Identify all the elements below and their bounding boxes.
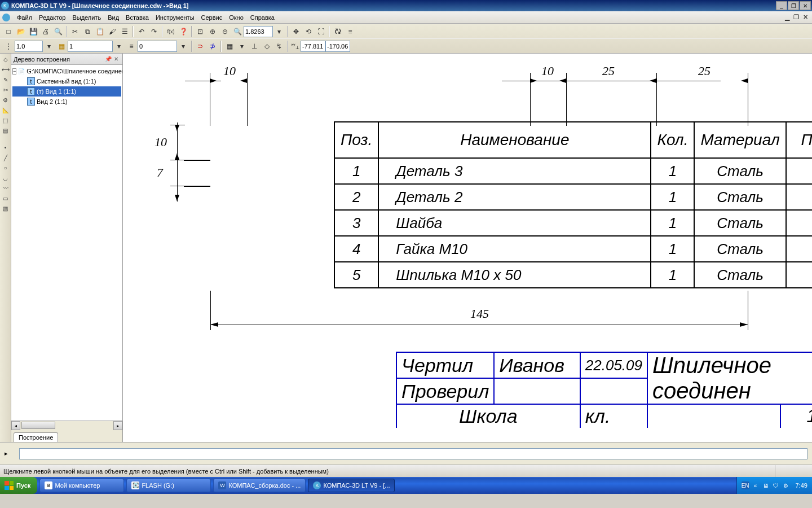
point-icon[interactable]: •: [1, 143, 10, 152]
magnet-on-icon[interactable]: ⊃: [194, 40, 206, 52]
rect-icon[interactable]: ▭: [1, 194, 10, 203]
menu-select[interactable]: Выделить: [69, 13, 104, 22]
layers-icon[interactable]: ≡: [344, 25, 356, 38]
drawing-canvas[interactable]: 10 10 25 25 10 7 Поз. Наименование Ко: [123, 54, 812, 442]
zoom-window-icon[interactable]: ⊡: [194, 25, 206, 38]
geometry-icon[interactable]: ◇: [1, 55, 10, 64]
tray-icon[interactable]: 🖥: [762, 481, 770, 489]
edit-icon[interactable]: ✂: [1, 85, 10, 94]
new-icon[interactable]: □: [2, 25, 15, 38]
print-icon[interactable]: 🖨: [39, 25, 52, 38]
taskbar-button[interactable]: WКОМПАС_сборка.doc - ...: [213, 479, 306, 492]
grid-icon[interactable]: ▦: [223, 40, 236, 52]
pin-icon[interactable]: 📌: [104, 55, 112, 63]
tree-tab[interactable]: Построение: [14, 432, 58, 442]
grid-dropdown-icon[interactable]: ▾: [236, 40, 248, 52]
spec-icon[interactable]: ▤: [1, 126, 10, 135]
style-dropdown-icon[interactable]: ▾: [177, 40, 189, 52]
zoom-scale-icon[interactable]: 🔍: [231, 25, 244, 38]
scale-input[interactable]: [15, 41, 43, 52]
menu-file[interactable]: Файл: [14, 13, 36, 22]
menu-view[interactable]: Вид: [104, 13, 122, 22]
preview-icon[interactable]: 🔍: [52, 25, 64, 38]
scroll-left-icon[interactable]: ◂: [11, 421, 20, 430]
taskbar-button[interactable]: 🖥Мой компьютер: [39, 479, 124, 492]
layer-input[interactable]: [68, 41, 113, 52]
zoom-dropdown-icon[interactable]: ▾: [273, 25, 285, 38]
menu-help[interactable]: Справка: [247, 13, 278, 22]
snap-icon[interactable]: ◇: [261, 40, 273, 52]
zoom-fit-icon[interactable]: ⛶: [315, 25, 327, 38]
grip-icon[interactable]: ⋮: [2, 40, 15, 52]
zoom-input[interactable]: [244, 26, 273, 37]
zoom-in-icon[interactable]: ⊕: [206, 25, 219, 38]
layer-manager-icon[interactable]: ▦: [55, 40, 68, 52]
tree-root[interactable]: − 📄 G:\КОМПАС\Шпилечное соединен: [12, 66, 121, 76]
scale-dropdown-icon[interactable]: ▾: [43, 40, 55, 52]
dimensions-icon[interactable]: ⟷: [1, 65, 10, 74]
tree-node-view2[interactable]: t Вид 2 (1:1): [12, 97, 121, 107]
zoom-prev-icon[interactable]: ⟲: [302, 25, 315, 38]
drive-icon: 💽: [131, 481, 139, 489]
menu-tools[interactable]: Инструменты: [152, 13, 198, 22]
redo-icon[interactable]: ↷: [148, 25, 160, 38]
close-button[interactable]: ✕: [800, 1, 811, 10]
coord-y-input[interactable]: [325, 41, 350, 52]
select-tool-icon[interactable]: ⬚: [1, 116, 10, 125]
menu-edit[interactable]: Редактор: [36, 13, 69, 22]
tray-icon[interactable]: 🛡: [772, 481, 780, 489]
tree-node-view1[interactable]: t (т) Вид 1 (1:1): [12, 86, 121, 97]
tree-hscrollbar[interactable]: ◂ ▸: [11, 421, 122, 430]
scroll-right-icon[interactable]: ▸: [113, 421, 122, 430]
collapse-icon[interactable]: −: [12, 68, 16, 75]
measure-icon[interactable]: 📐: [1, 106, 10, 115]
annotations-icon[interactable]: ✎: [1, 75, 10, 84]
copy-icon[interactable]: ⧉: [81, 25, 94, 38]
paste-icon[interactable]: 📋: [94, 25, 106, 38]
menu-service[interactable]: Сервис: [198, 13, 226, 22]
mdi-restore-button[interactable]: ❐: [792, 14, 801, 21]
clock[interactable]: 7:49: [796, 482, 807, 489]
tree-close-icon[interactable]: ✕: [112, 55, 120, 63]
params-icon[interactable]: ⚙: [1, 95, 10, 104]
tree-node-system-view[interactable]: t Системный вид (1:1): [12, 76, 121, 86]
hatch-icon[interactable]: ▨: [1, 204, 10, 213]
restore-button[interactable]: ❐: [788, 1, 799, 10]
zoom-out-icon[interactable]: ⊖: [219, 25, 231, 38]
scroll-thumb[interactable]: [21, 422, 55, 429]
circle-icon[interactable]: ○: [1, 163, 10, 172]
open-icon[interactable]: 📂: [15, 25, 27, 38]
save-icon[interactable]: 💾: [27, 25, 39, 38]
undo-icon[interactable]: ↶: [135, 25, 148, 38]
start-button[interactable]: Пуск: [0, 477, 37, 494]
pan-icon[interactable]: ✥: [290, 25, 302, 38]
menu-insert[interactable]: Вставка: [122, 13, 152, 22]
mdi-minimize-button[interactable]: ▁: [783, 14, 792, 21]
style-input[interactable]: [138, 41, 177, 52]
ortho-icon[interactable]: ⊥: [248, 40, 261, 52]
menu-window[interactable]: Окно: [226, 13, 247, 22]
taskbar-button[interactable]: 💽FLASH (G:): [126, 479, 211, 492]
arc-icon[interactable]: ◡: [1, 173, 10, 182]
properties-icon[interactable]: ☰: [118, 25, 131, 38]
line-icon[interactable]: ╱: [1, 153, 10, 162]
tray-icon[interactable]: ⚙: [782, 481, 790, 489]
magnet-off-icon[interactable]: ⊅: [206, 40, 219, 52]
lang-indicator[interactable]: EN: [742, 481, 749, 489]
command-input[interactable]: [19, 448, 807, 459]
cut-icon[interactable]: ✂: [69, 25, 81, 38]
minimize-button[interactable]: _: [776, 1, 787, 10]
taskbar-button-active[interactable]: KКОМПАС-3D LT V9 - [...: [308, 479, 395, 492]
format-painter-icon[interactable]: 🖌: [106, 25, 118, 38]
tray-expand-icon[interactable]: «: [752, 481, 760, 489]
variables-icon[interactable]: f(x): [165, 25, 177, 38]
layer-dropdown-icon[interactable]: ▾: [113, 40, 125, 52]
help-cursor-icon[interactable]: ❓: [177, 25, 189, 38]
mdi-close-button[interactable]: ✕: [801, 14, 810, 21]
spline-icon[interactable]: 〰: [1, 183, 10, 192]
cmd-arrow-icon[interactable]: ▸: [5, 450, 8, 457]
refresh-icon[interactable]: 🗘: [332, 25, 344, 38]
coord-x-input[interactable]: [301, 41, 325, 52]
local-cs-icon[interactable]: ↯: [273, 40, 285, 52]
style-manager-icon[interactable]: ≡: [125, 40, 138, 52]
